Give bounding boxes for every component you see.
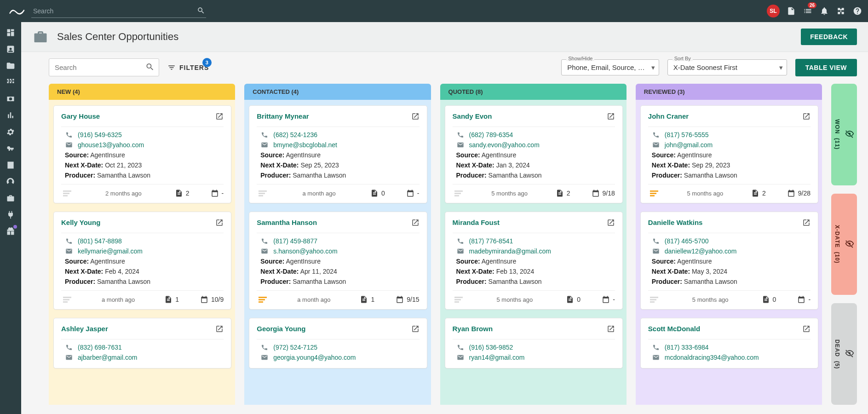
email-link[interactable]: ajbarber@gmail.com — [78, 354, 137, 361]
phone-link[interactable]: (817) 333-6984 — [665, 344, 709, 351]
help-icon[interactable] — [852, 6, 862, 16]
nav-folder-icon[interactable] — [6, 61, 16, 71]
notes-count[interactable]: 0 — [370, 189, 385, 197]
notes-count[interactable]: 1 — [164, 295, 179, 304]
calendar-date[interactable]: - — [797, 295, 811, 304]
nav-plug-icon[interactable] — [6, 210, 16, 220]
rail-xdate[interactable]: X-DATE (10) — [831, 194, 857, 295]
card-name[interactable]: Danielle Watkins — [648, 218, 703, 226]
column-body[interactable]: Brittany Mynear (682) 524-1236 bmyne@sbc… — [244, 100, 431, 405]
calendar-date[interactable]: 9/15 — [396, 295, 419, 304]
open-in-new-icon[interactable] — [607, 218, 615, 228]
column-body[interactable]: Gary House (916) 549-6325 ghouse13@yahoo… — [49, 100, 235, 405]
card-name[interactable]: Kelly Young — [61, 218, 100, 226]
opportunity-card[interactable]: Gary House (916) 549-6325 ghouse13@yahoo… — [53, 105, 231, 203]
notes-count[interactable]: 0 — [762, 295, 776, 304]
bell-icon[interactable] — [819, 6, 829, 16]
phone-link[interactable]: (916) 536-9852 — [469, 344, 513, 351]
email-link[interactable]: sandy.evon@yahoo.com — [469, 141, 540, 149]
email-link[interactable]: daniellew12@yahoo.com — [665, 247, 737, 255]
open-in-new-icon[interactable] — [802, 325, 811, 334]
open-in-new-icon[interactable] — [215, 325, 224, 334]
calendar-date[interactable]: - — [602, 295, 615, 304]
nav-integration-icon[interactable] — [6, 177, 16, 187]
card-name[interactable]: John Craner — [648, 112, 689, 120]
notes-count[interactable]: 0 — [566, 295, 581, 304]
rail-dead[interactable]: DEAD (5) — [831, 303, 857, 405]
calendar-date[interactable]: 9/18 — [592, 189, 615, 197]
open-in-new-icon[interactable] — [215, 112, 224, 122]
opportunity-card[interactable]: Danielle Watkins (817) 465-5700 danielle… — [640, 212, 818, 310]
global-search-input[interactable] — [31, 5, 206, 18]
card-name[interactable]: Brittany Mynear — [257, 112, 309, 120]
opportunity-card[interactable]: Ashley Jasper (832) 698-7631 ajbarber@gm… — [53, 318, 231, 368]
email-link[interactable]: s.hanson@yahoo.com — [273, 247, 338, 255]
phone-link[interactable]: (832) 698-7631 — [78, 344, 122, 351]
open-in-new-icon[interactable] — [215, 218, 224, 228]
opportunity-card[interactable]: Ryan Brown (916) 536-9852 ryan14@gmail.c… — [445, 318, 623, 368]
opportunity-card[interactable]: Samantha Hanson (817) 459-8877 s.hanson@… — [249, 212, 427, 310]
card-name[interactable]: Gary House — [61, 112, 100, 120]
email-link[interactable]: mcdonaldracing394@yahoo.com — [665, 354, 759, 361]
phone-link[interactable]: (817) 465-5700 — [665, 237, 709, 245]
calendar-date[interactable]: 9/28 — [787, 189, 811, 197]
hierarchy-icon[interactable] — [836, 6, 846, 16]
calendar-date[interactable]: - — [211, 189, 224, 197]
nav-contacts-icon[interactable] — [6, 44, 16, 54]
nav-gift-icon[interactable] — [6, 226, 16, 236]
phone-link[interactable]: (817) 776-8541 — [469, 237, 513, 245]
phone-link[interactable]: (916) 549-6325 — [78, 131, 122, 138]
calendar-date[interactable]: 10/9 — [200, 295, 224, 304]
open-in-new-icon[interactable] — [802, 218, 811, 228]
nav-pipeline-icon[interactable] — [6, 77, 16, 87]
card-name[interactable]: Miranda Foust — [453, 218, 500, 226]
open-in-new-icon[interactable] — [607, 325, 615, 334]
user-avatar[interactable]: SL — [767, 5, 780, 17]
open-in-new-icon[interactable] — [411, 218, 420, 228]
filters-button[interactable]: FILTERS 3 — [167, 63, 209, 72]
open-in-new-icon[interactable] — [411, 112, 420, 122]
document-icon[interactable] — [786, 6, 796, 16]
card-name[interactable]: Ashley Jasper — [61, 325, 108, 333]
feedback-button[interactable]: FEEDBACK — [801, 29, 857, 45]
phone-link[interactable]: (801) 547-8898 — [78, 237, 122, 245]
phone-link[interactable]: (682) 789-6354 — [469, 131, 513, 138]
email-link[interactable]: madebymiranda@gmail.com — [469, 247, 551, 255]
list-icon[interactable]: 26 — [803, 6, 813, 16]
show-hide-select[interactable]: Show/Hide Phone, Email, Source, … ▾ — [561, 59, 659, 75]
search-icon[interactable] — [197, 6, 205, 16]
opportunity-card[interactable]: Scott McDonald (817) 333-6984 mcdonaldra… — [640, 318, 818, 368]
column-body[interactable]: Sandy Evon (682) 789-6354 sandy.evon@yah… — [440, 100, 627, 405]
email-link[interactable]: ghouse13@yahoo.com — [78, 141, 144, 149]
opportunity-card[interactable]: Brittany Mynear (682) 524-1236 bmyne@sbc… — [249, 105, 427, 203]
notes-count[interactable]: 2 — [556, 189, 570, 197]
email-link[interactable]: kellymarie@gmail.com — [78, 247, 143, 255]
nav-dashboard-icon[interactable] — [6, 28, 16, 38]
opportunity-card[interactable]: Kelly Young (801) 547-8898 kellymarie@gm… — [53, 212, 231, 310]
phone-link[interactable]: (972) 524-7125 — [273, 344, 317, 351]
notes-count[interactable]: 2 — [751, 189, 766, 197]
open-in-new-icon[interactable] — [411, 325, 420, 334]
opportunity-card[interactable]: John Craner (817) 576-5555 john@gmail.co… — [640, 105, 818, 203]
nav-settings-icon[interactable] — [6, 127, 16, 137]
nav-book-icon[interactable] — [6, 160, 16, 170]
opportunity-card[interactable]: Miranda Foust (817) 776-8541 madebymiran… — [445, 212, 623, 310]
calendar-date[interactable]: - — [406, 189, 420, 197]
opportunity-card[interactable]: Georgia Young (972) 524-7125 georgia.you… — [249, 318, 427, 368]
notes-count[interactable]: 2 — [175, 189, 190, 197]
email-link[interactable]: bmyne@sbcglobal.net — [273, 141, 337, 149]
search-icon[interactable] — [145, 62, 155, 73]
app-logo[interactable] — [6, 6, 28, 16]
open-in-new-icon[interactable] — [607, 112, 615, 122]
phone-link[interactable]: (817) 459-8877 — [273, 237, 317, 245]
rail-won[interactable]: WON (11) — [831, 84, 857, 185]
phone-link[interactable]: (682) 524-1236 — [273, 131, 317, 138]
table-view-button[interactable]: TABLE VIEW — [795, 59, 857, 76]
phone-link[interactable]: (817) 576-5555 — [665, 131, 709, 138]
column-body[interactable]: John Craner (817) 576-5555 john@gmail.co… — [636, 100, 822, 405]
card-name[interactable]: Georgia Young — [257, 325, 305, 333]
open-in-new-icon[interactable] — [802, 112, 811, 122]
nav-key-icon[interactable] — [6, 144, 16, 154]
notes-count[interactable]: 1 — [360, 295, 374, 304]
card-name[interactable]: Samantha Hanson — [257, 218, 317, 226]
